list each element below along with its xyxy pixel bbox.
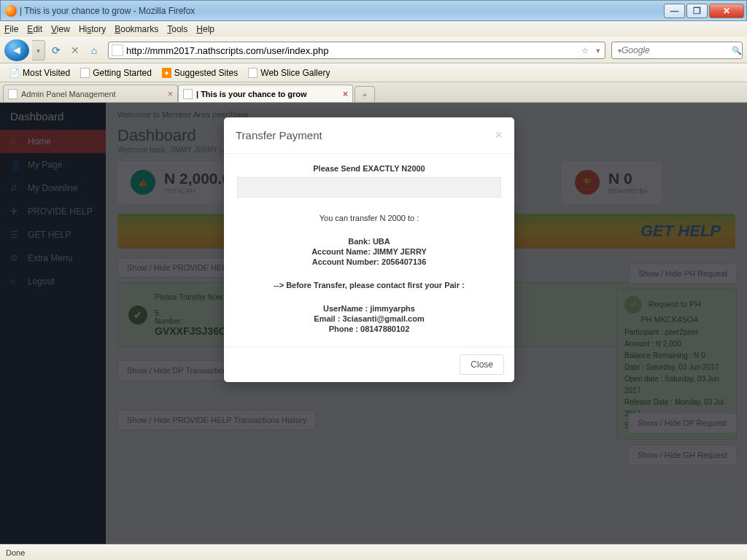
modal-close-button[interactable]: Close bbox=[460, 354, 504, 375]
menu-tools[interactable]: Tools bbox=[167, 24, 187, 34]
bookmark-suggested-sites[interactable]: ●Suggested Sites bbox=[158, 66, 242, 79]
window-maximize-button[interactable]: ❐ bbox=[686, 4, 708, 18]
page-icon bbox=[80, 68, 90, 78]
url-input[interactable] bbox=[126, 45, 578, 56]
tab-label: Admin Panel Management bbox=[21, 90, 164, 98]
bookmark-most-visited[interactable]: 📄Most Visited bbox=[4, 66, 74, 79]
exact-amount-text: Please Send EXACTLY N2000 bbox=[237, 164, 501, 173]
window-title: | This is your chance to grow - Mozilla … bbox=[20, 6, 195, 16]
amount-bar bbox=[237, 177, 501, 198]
window-titlebar: | This is your chance to grow - Mozilla … bbox=[0, 0, 747, 21]
reload-button[interactable]: ⟳ bbox=[48, 42, 64, 58]
stop-button[interactable]: ✕ bbox=[67, 42, 83, 58]
tabstrip: Admin Panel Management × | This is your … bbox=[0, 82, 747, 103]
tab-icon bbox=[8, 89, 18, 99]
menu-bookmarks[interactable]: Bookmarks bbox=[115, 24, 158, 34]
before-transfer-text: --> Before Transfer, please contact firs… bbox=[237, 281, 501, 289]
bank-text: Bank: UBA bbox=[237, 237, 501, 246]
url-dropdown-icon[interactable]: ▾ bbox=[592, 46, 605, 55]
menu-edit[interactable]: Edit bbox=[27, 24, 42, 34]
bookmarks-toolbar: 📄Most Visited Getting Started ●Suggested… bbox=[0, 63, 747, 82]
window-close-button[interactable]: ✕ bbox=[709, 4, 744, 18]
new-tab-button[interactable]: + bbox=[355, 86, 375, 102]
account-number-text: Account Number: 2056407136 bbox=[237, 257, 501, 266]
tab-close-icon[interactable]: × bbox=[343, 89, 348, 99]
search-input[interactable] bbox=[622, 45, 732, 55]
menu-help[interactable]: Help bbox=[196, 24, 214, 34]
menu-file[interactable]: File bbox=[4, 24, 18, 34]
bookmark-label: Getting Started bbox=[93, 68, 152, 78]
bookmark-getting-started[interactable]: Getting Started bbox=[76, 66, 156, 79]
modal-title: Transfer Payment bbox=[236, 129, 322, 141]
window-minimize-button[interactable]: — bbox=[664, 4, 685, 18]
modal-header: Transfer Payment × bbox=[224, 117, 514, 154]
menu-history[interactable]: History bbox=[79, 24, 106, 34]
menu-view[interactable]: View bbox=[51, 24, 70, 34]
tab-label: | This is your chance to grow bbox=[196, 90, 339, 98]
nav-toolbar: ◄ ▾ ⟳ ✕ ⌂ ☆ ▾ ▾ 🔍 bbox=[0, 37, 747, 63]
home-button[interactable]: ⌂ bbox=[86, 42, 102, 58]
modal-body: Please Send EXACTLY N2000 You can transf… bbox=[224, 154, 514, 346]
pair-phone-text: Phone : 08147880102 bbox=[237, 324, 501, 333]
bookmark-web-slice[interactable]: Web Slice Gallery bbox=[244, 66, 334, 79]
suggested-icon: ● bbox=[162, 68, 171, 78]
status-text: Done bbox=[6, 548, 25, 557]
tab-close-icon[interactable]: × bbox=[168, 89, 173, 99]
search-bar[interactable]: ▾ 🔍 bbox=[611, 42, 743, 59]
tab-icon bbox=[183, 89, 193, 99]
search-icon[interactable]: 🔍 bbox=[732, 46, 742, 55]
tab-admin-panel[interactable]: Admin Panel Management × bbox=[3, 85, 178, 102]
content-area: Dashboard ⌂Home 👤My Page ⇵My Downline ✚P… bbox=[0, 103, 747, 544]
transfer-to-text: You can transfer N 2000 to : bbox=[237, 214, 501, 222]
bookmark-label: Web Slice Gallery bbox=[260, 68, 330, 78]
account-name-text: Account Name: JIMMY JERRY bbox=[237, 247, 501, 256]
forward-button[interactable]: ▾ bbox=[32, 40, 45, 61]
pair-email-text: Email : 3ciasanti@gmail.com bbox=[237, 314, 501, 323]
pair-username-text: UserName : jimmyarphs bbox=[237, 304, 501, 313]
url-bar[interactable]: ☆ ▾ bbox=[108, 42, 605, 59]
bookmark-star-icon[interactable]: ☆ bbox=[578, 46, 592, 55]
bookmark-label: Suggested Sites bbox=[174, 68, 238, 78]
page-icon bbox=[248, 68, 258, 78]
bookmark-label: Most Visited bbox=[23, 68, 70, 78]
transfer-payment-modal: Transfer Payment × Please Send EXACTLY N… bbox=[224, 117, 514, 382]
status-bar: Done bbox=[0, 544, 747, 560]
page-icon bbox=[112, 44, 123, 56]
modal-close-icon[interactable]: × bbox=[495, 128, 503, 143]
back-button[interactable]: ◄ bbox=[4, 39, 29, 61]
menubar: File Edit View History Bookmarks Tools H… bbox=[0, 21, 747, 37]
modal-footer: Close bbox=[224, 346, 514, 382]
tab-chance-to-grow[interactable]: | This is your chance to grow × bbox=[178, 85, 353, 102]
firefox-icon bbox=[5, 5, 17, 17]
